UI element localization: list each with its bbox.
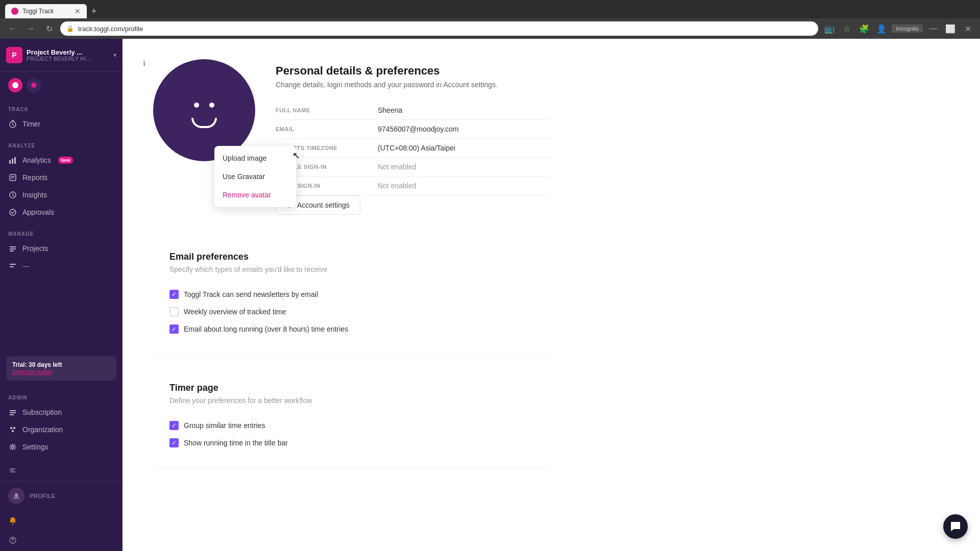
bookmark-icon[interactable]: ☆ bbox=[840, 21, 854, 36]
profile-icon-small bbox=[8, 488, 24, 504]
show-running-time-checkbox[interactable] bbox=[169, 438, 179, 447]
newsletter-checkbox[interactable] bbox=[169, 290, 179, 299]
avatar-face-inner bbox=[191, 103, 217, 128]
group-similar-checkbox-row: Group similar time entries bbox=[169, 417, 535, 434]
workspace-header[interactable]: P Project Beverly ... PROJECT BEVERLY HI… bbox=[0, 39, 122, 72]
long-running-checkbox[interactable] bbox=[169, 324, 179, 334]
extra-icon bbox=[8, 261, 17, 270]
organization-icon bbox=[8, 425, 17, 434]
new-tab-button[interactable]: + bbox=[87, 4, 101, 18]
settings-icon bbox=[8, 442, 17, 452]
apple-value: Not enabled bbox=[378, 182, 416, 190]
chat-fab-button[interactable] bbox=[943, 514, 968, 539]
long-running-checkbox-row: Email about long running (over 8 hours) … bbox=[169, 320, 535, 338]
track-section: TRACK Timer bbox=[0, 98, 122, 135]
full-name-row: FULL NAME Sheena bbox=[276, 101, 551, 120]
sidebar-item-insights[interactable]: Insights bbox=[0, 186, 122, 204]
sidebar-item-settings[interactable]: Settings bbox=[0, 438, 122, 456]
toggl-logo bbox=[8, 78, 22, 92]
url-text: track.toggl.com/profile bbox=[78, 25, 143, 33]
address-bar-row: ← → ↻ 🔒 track.toggl.com/profile 📺 ☆ 🧩 👤 … bbox=[0, 18, 980, 39]
svg-rect-15 bbox=[13, 427, 15, 429]
svg-rect-12 bbox=[10, 412, 16, 413]
maximize-button[interactable]: ⬜ bbox=[943, 21, 958, 36]
subscription-label: Subscription bbox=[22, 408, 62, 416]
workspace-info: Project Beverly ... PROJECT BEVERLY HI..… bbox=[27, 48, 91, 62]
sidebar-item-timer[interactable]: Timer bbox=[0, 115, 122, 133]
section-subtitle: Change details, login methods and your p… bbox=[276, 81, 551, 89]
sidebar-item-analytics[interactable]: Analytics New bbox=[0, 152, 122, 169]
workspace-avatar: P bbox=[6, 47, 22, 63]
manage-section: MANAGE Projects — bbox=[0, 223, 122, 277]
reload-button[interactable]: ↻ bbox=[42, 21, 56, 36]
main-panel: ℹ bbox=[122, 39, 980, 551]
notification-button[interactable] bbox=[0, 512, 122, 530]
sidebar-item-extra[interactable]: — bbox=[0, 257, 122, 274]
help-button[interactable] bbox=[0, 532, 122, 549]
active-tab[interactable]: Toggl Track ✕ bbox=[5, 4, 87, 18]
timer-label: Timer bbox=[22, 120, 40, 128]
profile-icon[interactable]: 👤 bbox=[874, 21, 889, 36]
extra-label: — bbox=[22, 262, 30, 270]
sidebar-item-subscription[interactable]: Subscription bbox=[0, 404, 122, 421]
timer-page-title: Timer page bbox=[169, 383, 535, 393]
avatar-eye-left bbox=[194, 103, 199, 108]
profile-top-section: ℹ bbox=[153, 59, 551, 215]
weekly-overview-checkbox[interactable] bbox=[169, 307, 179, 316]
tab-bar: Toggl Track ✕ + bbox=[0, 0, 980, 18]
svg-rect-9 bbox=[10, 264, 16, 265]
minimize-button[interactable]: — bbox=[926, 21, 940, 36]
profile-info: Personal details & preferences Change de… bbox=[276, 59, 551, 215]
email-pref-subtitle: Specify which types of emails you'd like… bbox=[169, 265, 535, 273]
svg-rect-1 bbox=[9, 160, 11, 164]
show-running-time-checkbox-row: Show running time in the title bar bbox=[169, 434, 535, 452]
group-similar-checkbox[interactable] bbox=[169, 421, 179, 430]
svg-point-19 bbox=[12, 523, 14, 525]
workspace-name: Project Beverly ... bbox=[27, 48, 91, 56]
tab-close-button[interactable]: ✕ bbox=[75, 7, 81, 15]
analyze-label: ANALYZE bbox=[0, 143, 122, 152]
analytics-label: Analytics bbox=[22, 156, 51, 164]
content-area: ℹ bbox=[122, 39, 582, 500]
svg-rect-8 bbox=[10, 251, 14, 252]
subscription-icon bbox=[8, 408, 17, 417]
help-icon bbox=[8, 536, 17, 545]
sidebar-collapse-button[interactable] bbox=[0, 462, 122, 479]
svg-rect-4 bbox=[10, 174, 16, 181]
upgrade-link[interactable]: Upgrade today bbox=[12, 368, 110, 375]
forward-button[interactable]: → bbox=[23, 21, 38, 36]
extensions-icon[interactable]: 🧩 bbox=[857, 21, 871, 36]
sidebar-item-approvals[interactable]: Approvals bbox=[0, 204, 122, 221]
email-row: EMAIL 97456007@moodjoy.com bbox=[276, 120, 551, 139]
use-gravatar-option[interactable]: Use Gravatar bbox=[214, 167, 296, 186]
sidebar: P Project Beverly ... PROJECT BEVERLY HI… bbox=[0, 39, 122, 551]
profile-label: PROFILE bbox=[30, 493, 56, 499]
sidebar-item-projects[interactable]: Projects bbox=[0, 240, 122, 257]
incognito-badge: Incognito bbox=[892, 24, 923, 33]
sidebar-item-reports[interactable]: Reports bbox=[0, 169, 122, 186]
svg-rect-13 bbox=[10, 414, 14, 415]
sidebar-bottom: Trial: 30 days left Upgrade today ADMIN … bbox=[0, 350, 122, 551]
weekly-overview-checkbox-row: Weekly overview of tracked time bbox=[169, 303, 535, 320]
remove-avatar-option[interactable]: Remove avatar bbox=[214, 186, 296, 204]
newsletter-checkbox-row: Toggl Track can send newsletters by emai… bbox=[169, 286, 535, 303]
collapse-icon bbox=[8, 466, 17, 475]
address-bar[interactable]: 🔒 track.toggl.com/profile bbox=[60, 21, 818, 36]
tab-title: Toggl Track bbox=[22, 8, 54, 15]
svg-rect-2 bbox=[12, 159, 13, 164]
sidebar-item-organization[interactable]: Organization bbox=[0, 421, 122, 438]
google-value: Not enabled bbox=[378, 163, 416, 171]
trial-text: Trial: 30 days left bbox=[12, 361, 110, 368]
analyze-section: ANALYZE Analytics New Reports Insights bbox=[0, 135, 122, 223]
close-window-button[interactable]: ✕ bbox=[961, 21, 975, 36]
upload-image-option[interactable]: Upload image bbox=[214, 149, 296, 167]
cast-icon: 📺 bbox=[822, 21, 837, 36]
svg-rect-14 bbox=[10, 427, 12, 429]
group-similar-label: Group similar time entries bbox=[184, 421, 265, 430]
back-button[interactable]: ← bbox=[5, 21, 19, 36]
profile-area[interactable]: PROFILE bbox=[0, 481, 122, 510]
reports-label: Reports bbox=[22, 173, 47, 182]
svg-rect-11 bbox=[10, 410, 16, 411]
analytics-new-badge: New bbox=[58, 157, 73, 164]
trial-box: Trial: 30 days left Upgrade today bbox=[6, 356, 116, 381]
